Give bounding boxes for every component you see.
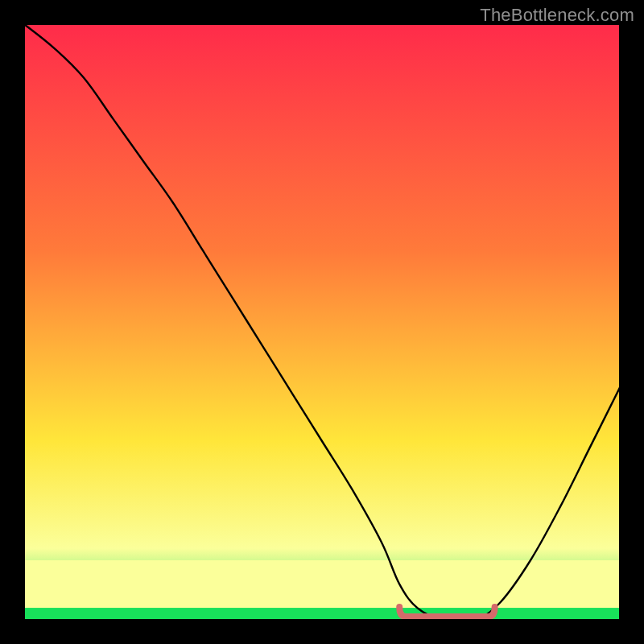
plot-background [24, 24, 620, 620]
pale-band [24, 560, 620, 608]
green-strip [24, 608, 620, 620]
chart-stage: TheBottleneck.com [0, 0, 644, 644]
attribution-label: TheBottleneck.com [480, 5, 634, 26]
bottleneck-chart [0, 0, 644, 644]
